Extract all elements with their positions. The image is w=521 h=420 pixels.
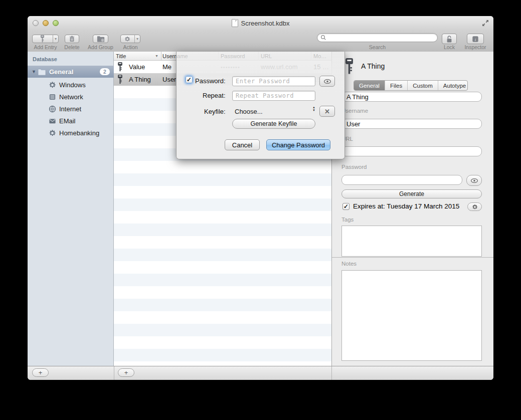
eye-icon bbox=[470, 178, 478, 183]
title-bar[interactable]: Screenshot.kdbx bbox=[28, 16, 493, 30]
folder-plus-icon bbox=[97, 36, 105, 42]
cell-title: A Thing bbox=[129, 76, 151, 83]
password-field[interactable] bbox=[341, 175, 462, 185]
sidebar-item-network[interactable]: Network bbox=[28, 91, 114, 103]
notes-input[interactable] bbox=[341, 270, 482, 361]
url-field[interactable] bbox=[341, 146, 482, 156]
tags-input[interactable] bbox=[341, 226, 482, 257]
tab-autotype[interactable]: Autotype bbox=[438, 81, 468, 90]
entry-title: A Thing bbox=[361, 62, 385, 70]
cancel-button[interactable]: Cancel bbox=[225, 139, 260, 150]
window-title-area: Screenshot.kdbx bbox=[28, 16, 493, 30]
document-icon bbox=[232, 19, 238, 27]
sidebar-group-general[interactable]: ▼ General 2 bbox=[28, 66, 114, 78]
search-label: Search bbox=[317, 44, 438, 50]
gear-icon bbox=[49, 81, 56, 89]
close-icon: ✕ bbox=[324, 108, 330, 115]
lock-open-icon bbox=[446, 35, 453, 43]
chevron-down-icon[interactable]: ▾ bbox=[134, 35, 140, 43]
toolbar: ▾ Add Entry Delete Add Group ▾ Action bbox=[28, 30, 493, 52]
show-password-button[interactable] bbox=[319, 76, 335, 87]
bottom-bar-divider bbox=[331, 366, 332, 380]
clear-keyfile-button[interactable]: ✕ bbox=[319, 106, 335, 117]
stepper-down-icon[interactable]: ▼ bbox=[312, 109, 315, 112]
sidebar-item-homebanking[interactable]: Homebanking bbox=[28, 127, 114, 139]
inspector-tabbar: General Files Custom Autotype bbox=[354, 80, 468, 91]
sidebar-item-email[interactable]: EMail bbox=[28, 115, 114, 127]
info-icon bbox=[472, 36, 479, 43]
tab-general[interactable]: General bbox=[354, 81, 385, 90]
action-label: Action bbox=[117, 44, 143, 50]
username-field[interactable] bbox=[341, 119, 482, 129]
lock-button[interactable] bbox=[442, 34, 457, 44]
key-icon bbox=[117, 75, 123, 84]
stepper-icon[interactable]: ▲ ▼ bbox=[312, 106, 315, 112]
bottom-bar-divider bbox=[114, 366, 114, 380]
chevron-down-icon[interactable]: ▾ bbox=[53, 35, 58, 43]
search-input[interactable] bbox=[326, 34, 437, 42]
cell-title: Value bbox=[129, 63, 145, 71]
lock-label: Lock bbox=[435, 44, 464, 50]
add-group-plus-button[interactable]: + bbox=[32, 368, 49, 377]
globe-icon bbox=[49, 105, 56, 113]
add-group-label: Add Group bbox=[86, 44, 115, 50]
generate-password-button[interactable]: Generate bbox=[341, 189, 482, 198]
folder-icon bbox=[38, 69, 46, 75]
tab-custom[interactable]: Custom bbox=[407, 81, 438, 90]
fullscreen-icon[interactable] bbox=[482, 20, 489, 27]
gear-icon bbox=[472, 204, 478, 210]
username-label: Username bbox=[341, 108, 368, 114]
expires-settings-button[interactable] bbox=[467, 202, 482, 211]
app-window: Screenshot.kdbx ▾ Add Entry Delete Add G… bbox=[28, 16, 493, 380]
change-password-button[interactable]: Change Password bbox=[266, 139, 330, 150]
tags-label: Tags bbox=[341, 217, 354, 223]
sidebar-item-label: Windows bbox=[59, 81, 86, 89]
desktop: { "window": { "title": "Screenshot.kdbx"… bbox=[0, 0, 521, 420]
expires-checkbox[interactable]: ✓ bbox=[342, 203, 350, 210]
sidebar-item-internet[interactable]: Internet bbox=[28, 103, 114, 115]
password-checkbox[interactable]: ✓ bbox=[186, 76, 193, 83]
sidebar: Database ▼ General 2 Windows Network Int… bbox=[28, 52, 114, 366]
add-entry-button[interactable]: ▾ bbox=[32, 35, 59, 43]
password-label: Password bbox=[341, 164, 367, 170]
sidebar-item-windows[interactable]: Windows bbox=[28, 79, 114, 91]
generate-keyfile-button[interactable]: Generate Keyfile bbox=[232, 119, 315, 129]
keyfile-popup[interactable]: Choose... bbox=[235, 108, 263, 115]
sort-desc-icon[interactable]: ▼ bbox=[155, 54, 158, 58]
notes-label: Notes bbox=[341, 261, 357, 267]
inspector-label: Inspector bbox=[461, 44, 490, 50]
delete-label: Delete bbox=[59, 44, 85, 50]
repeat-password-input[interactable] bbox=[232, 91, 315, 101]
column-divider[interactable] bbox=[161, 52, 161, 61]
action-button[interactable]: ▾ bbox=[120, 35, 140, 43]
inspector-panel: A Thing General Files Custom Autotype Us… bbox=[331, 52, 493, 366]
title-field[interactable] bbox=[341, 92, 482, 102]
server-icon bbox=[49, 93, 56, 101]
cell-username: Me bbox=[162, 63, 171, 71]
content-area: Database ▼ General 2 Windows Network Int… bbox=[28, 52, 493, 366]
show-password-button[interactable] bbox=[466, 175, 482, 186]
search-field[interactable] bbox=[317, 33, 438, 42]
eye-icon bbox=[323, 79, 331, 84]
password-input[interactable] bbox=[232, 76, 315, 86]
inspector-button[interactable] bbox=[467, 34, 484, 44]
sidebar-item-label: EMail bbox=[59, 117, 76, 125]
cell-username: User bbox=[162, 76, 176, 83]
group-count-badge: 2 bbox=[100, 68, 110, 75]
delete-button[interactable] bbox=[65, 35, 79, 43]
add-entry-label: Add Entry bbox=[32, 44, 59, 50]
bottom-bar: + + bbox=[28, 366, 493, 380]
sidebar-item-label: Internet bbox=[59, 105, 81, 113]
add-entry-plus-button[interactable]: + bbox=[118, 368, 134, 377]
sidebar-item-label: Homebanking bbox=[59, 129, 99, 137]
key-icon bbox=[33, 35, 53, 43]
tab-files[interactable]: Files bbox=[385, 81, 407, 90]
sidebar-section-header: Database bbox=[33, 56, 57, 62]
column-header-title[interactable]: Title bbox=[116, 53, 126, 59]
add-group-button[interactable] bbox=[93, 35, 108, 43]
repeat-label: Repeat: bbox=[203, 92, 226, 99]
disclosure-triangle-icon[interactable]: ▼ bbox=[32, 69, 38, 74]
expires-label: Expires at: Tuesday 17 March 2015 bbox=[353, 202, 459, 210]
gear-icon bbox=[121, 35, 134, 43]
sidebar-item-label: Network bbox=[59, 93, 83, 101]
